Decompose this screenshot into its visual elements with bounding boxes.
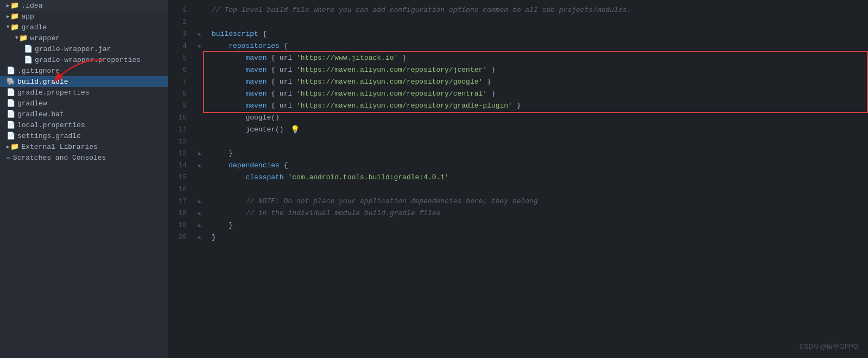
- gradle-icon: 📁: [10, 23, 19, 32]
- gradle-wrapper-props-icon: 📄: [24, 55, 33, 64]
- line-number-7: 7: [173, 76, 190, 88]
- sidebar-item-gradle[interactable]: ▼📁gradle: [0, 22, 168, 33]
- code-line-9: maven { url 'https://maven.aliyun.com/re…: [212, 100, 868, 112]
- idea-icon: 📁: [10, 1, 19, 10]
- code-line-18: // in the individual module build.gradle…: [212, 208, 868, 219]
- sidebar-item-idea[interactable]: ▶📁.idea: [0, 0, 168, 11]
- external-libraries-icon: 📁: [10, 142, 19, 151]
- code-line-11: jcenter()💡: [212, 124, 868, 136]
- gradlew-label: gradlew: [17, 99, 47, 108]
- sidebar-item-gradle-wrapper-props[interactable]: 📄gradle-wrapper.properties: [0, 54, 168, 65]
- build-gradle-icon: 🐘: [7, 77, 15, 86]
- code-line-7: maven { url 'https://maven.aliyun.com/re…: [212, 76, 868, 88]
- sidebar-item-local-properties[interactable]: 📄local.properties: [0, 120, 168, 130]
- gutter-mark-6: [194, 64, 205, 76]
- sidebar-item-app[interactable]: ▶📁app: [0, 11, 168, 22]
- wrapper-label: wrapper: [30, 34, 60, 42]
- sidebar-item-gradlew-bat[interactable]: 📄gradlew.bat: [0, 109, 168, 120]
- gradlew-bat-label: gradlew.bat: [17, 110, 64, 118]
- gutter: ◣◣◣◣◣◣◣◣: [194, 0, 205, 358]
- gradlew-icon: 📄: [7, 99, 15, 108]
- sidebar-item-gradle-wrapper-jar[interactable]: 📄gradle-wrapper.jar: [0, 43, 168, 54]
- gutter-mark-18: ◣: [194, 208, 205, 219]
- build-gradle-label: build.gradle: [17, 78, 68, 86]
- line-number-13: 13: [173, 148, 190, 160]
- line-number-1: 1: [173, 4, 190, 16]
- line-number-15: 15: [173, 172, 190, 184]
- code-line-6: maven { url 'https://maven.aliyun.com/re…: [212, 64, 868, 76]
- code-line-15: classpath 'com.android.tools.build:gradl…: [212, 172, 868, 184]
- gradle-properties-label: gradle.properties: [17, 89, 90, 97]
- code-line-2: [212, 16, 868, 28]
- sidebar-item-settings-gradle[interactable]: 📄settings.gradle: [0, 130, 168, 141]
- scratches-label: Scratches and Consoles: [13, 154, 106, 162]
- sidebar-item-external-libraries[interactable]: ▶📁External Libraries: [0, 141, 168, 152]
- line-number-16: 16: [173, 184, 190, 196]
- line-number-18: 18: [173, 208, 190, 219]
- gutter-mark-2: [194, 16, 205, 28]
- code-line-14: dependencies {: [212, 160, 868, 172]
- code-line-4: repositories {: [212, 40, 868, 52]
- local-properties-label: local.properties: [17, 121, 85, 129]
- line-number-11: 11: [173, 124, 190, 136]
- gutter-mark-9: [194, 100, 205, 112]
- gutter-mark-19: ◣: [194, 219, 205, 231]
- app-icon: 📁: [10, 12, 19, 21]
- settings-gradle-icon: 📄: [7, 131, 15, 140]
- gutter-mark-10: [194, 112, 205, 124]
- line-number-10: 10: [173, 112, 190, 124]
- scratches-icon: ✏️: [7, 153, 11, 162]
- gutter-mark-3: ◣: [194, 28, 205, 40]
- code-line-13: }: [212, 148, 868, 160]
- code-content[interactable]: // Top-level build file where you can ad…: [205, 0, 868, 358]
- code-line-12: [212, 136, 868, 148]
- code-line-16: [212, 184, 868, 196]
- gutter-mark-1: [194, 4, 205, 16]
- sidebar-item-scratches[interactable]: ✏️Scratches and Consoles: [0, 152, 168, 163]
- gutter-mark-16: [194, 184, 205, 196]
- line-number-20: 20: [173, 231, 190, 243]
- comment-text: // NOTE: Do not place your application d…: [212, 196, 538, 208]
- line-number-4: 4: [173, 40, 190, 52]
- gutter-mark-13: ◣: [194, 148, 205, 160]
- app-label: app: [21, 12, 34, 21]
- local-properties-icon: 📄: [7, 121, 15, 129]
- code-line-20: }: [212, 231, 868, 243]
- sidebar-item-gradle-properties[interactable]: 📄gradle.properties: [0, 87, 168, 98]
- sidebar-item-build-gradle[interactable]: 🐘build.gradle: [0, 76, 168, 87]
- watermark: CSDN @振华OPPO: [800, 342, 858, 351]
- gutter-mark-14: ◣: [194, 160, 205, 172]
- line-number-17: 17: [173, 196, 190, 208]
- line-number-3: 3: [173, 28, 190, 40]
- line-number-6: 6: [173, 64, 190, 76]
- gradle-label: gradle: [21, 23, 47, 32]
- gitignore-icon: 📄: [7, 66, 15, 75]
- gutter-mark-8: [194, 88, 205, 100]
- gutter-mark-15: [194, 172, 205, 184]
- sidebar-item-wrapper[interactable]: ▼📁wrapper: [0, 33, 168, 43]
- gutter-mark-4: ◣: [194, 40, 205, 52]
- line-number-12: 12: [173, 136, 190, 148]
- wrapper-icon: 📁: [19, 34, 28, 42]
- comment-text: // Top-level build file where you can ad…: [212, 4, 631, 16]
- sidebar-item-gitignore[interactable]: 📄.gitignore: [0, 65, 168, 76]
- settings-gradle-label: settings.gradle: [17, 132, 81, 140]
- line-number-9: 9: [173, 100, 190, 112]
- external-libraries-label: External Libraries: [21, 143, 97, 151]
- code-line-19: }: [212, 219, 868, 231]
- gutter-mark-7: [194, 76, 205, 88]
- idea-label: .idea: [21, 2, 42, 10]
- line-number-5: 5: [173, 52, 190, 64]
- sidebar: ▶📁.idea▶📁app▼📁gradle▼📁wrapper📄gradle-wra…: [0, 0, 168, 358]
- code-line-8: maven { url 'https://maven.aliyun.com/re…: [212, 88, 868, 100]
- line-number-8: 8: [173, 88, 190, 100]
- gutter-mark-5: [194, 52, 205, 64]
- gradle-wrapper-jar-label: gradle-wrapper.jar: [35, 45, 111, 53]
- gutter-mark-11: [194, 124, 205, 136]
- line-number-14: 14: [173, 160, 190, 172]
- bulb-icon: 💡: [290, 124, 300, 136]
- code-line-17: // NOTE: Do not place your application d…: [212, 196, 868, 208]
- code-line-5: maven { url 'https://www.jitpack.io' }: [212, 52, 868, 64]
- sidebar-item-gradlew[interactable]: 📄gradlew: [0, 98, 168, 109]
- gradle-wrapper-jar-icon: 📄: [24, 45, 33, 53]
